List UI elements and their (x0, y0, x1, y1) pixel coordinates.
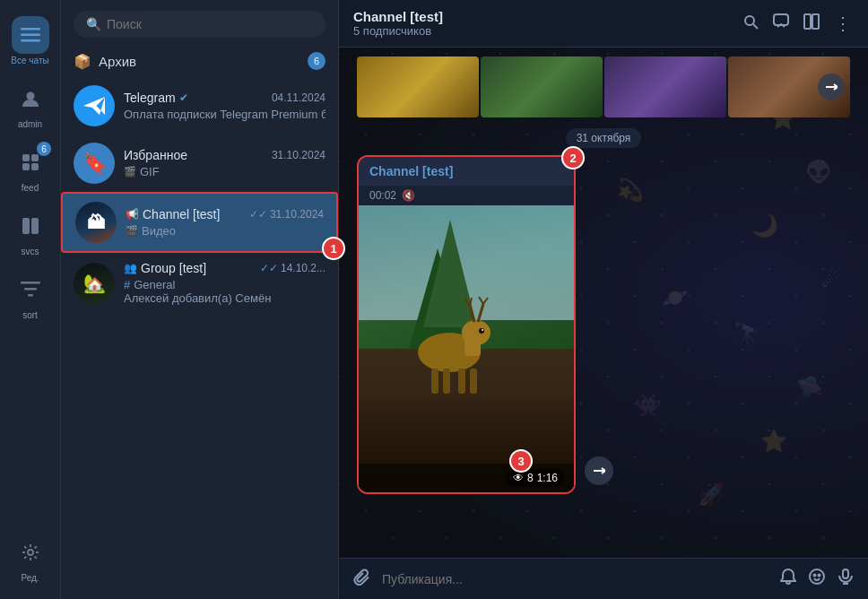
favorites-time: 31.10.2024 (272, 149, 326, 161)
archive-title: Архив (99, 54, 136, 69)
sidebar-item-admin[interactable]: admin (0, 73, 60, 136)
double-check-icon: ✓✓ (249, 208, 267, 221)
svg-line-29 (478, 304, 483, 322)
messages-area[interactable]: 31 октября Channel [test] 00:02 🔇 (339, 48, 868, 558)
search-box[interactable]: 🔍 (74, 11, 326, 38)
search-input[interactable] (107, 17, 313, 31)
more-button[interactable]: ⋮ (834, 13, 854, 34)
chat-list-panel: 🔍 📦 Архив 6 Telegram ✔ 04.11.2024 (61, 0, 339, 599)
svg-rect-4 (22, 154, 30, 161)
all-chats-label: Все чаты (11, 56, 48, 65)
svg-point-14 (745, 16, 754, 25)
svg-line-26 (470, 306, 474, 322)
view-icon: 👁 (513, 472, 524, 484)
emoji-button[interactable] (809, 569, 825, 589)
chat-item-telegram[interactable]: Telegram ✔ 04.11.2024 Оплата подписки Te… (61, 77, 338, 135)
svg-line-27 (464, 299, 470, 306)
chat-item-favorites[interactable]: 🔖 Избранное 31.10.2024 🎬 GIF (61, 135, 338, 192)
svg-rect-17 (804, 14, 811, 29)
all-chats-icon (12, 16, 49, 54)
verified-icon: ✔ (179, 91, 188, 104)
video-overlay: 👁 8 1:16 (359, 464, 574, 492)
search-button[interactable] (742, 13, 759, 34)
group-test-name: 👥 Group [test] (124, 261, 206, 275)
svg-rect-6 (22, 163, 30, 170)
edit-icon (12, 534, 49, 571)
channel-test-preview: 🎬 Видео (126, 224, 324, 238)
message-bubble-wrap: Channel [test] 00:02 🔇 (357, 155, 850, 494)
bell-button[interactable] (780, 569, 796, 589)
svg-line-31 (483, 298, 488, 304)
message-container: Channel [test] 00:02 🔇 (357, 155, 576, 494)
archive-header[interactable]: 📦 Архив 6 (61, 45, 338, 77)
svg-rect-11 (24, 288, 37, 291)
share-button-message[interactable] (585, 456, 613, 485)
bubble-channel-name: Channel [test] (369, 164, 453, 178)
svg-rect-18 (812, 14, 819, 29)
svg-rect-25 (470, 369, 477, 394)
input-bar (339, 558, 868, 599)
annotation-badge-3: 3 (509, 449, 533, 473)
top-images-strip (357, 56, 850, 117)
strip-image-1 (357, 56, 479, 117)
chat-title-block: Channel [test] 5 подписчиков (353, 9, 732, 38)
svg-point-33 (482, 329, 483, 331)
reactions-button[interactable] (773, 13, 789, 34)
chat-subtitle: 5 подписчиков (353, 24, 732, 38)
edit-label: Ред. (21, 573, 39, 583)
svg-rect-1 (21, 34, 40, 37)
group-test-preview2: Алексей добавил(а) Семён (124, 291, 326, 305)
search-icon: 🔍 (86, 17, 101, 31)
svg-rect-12 (28, 294, 33, 297)
telegram-chat-info: Telegram ✔ 04.11.2024 Оплата подписки Te… (124, 91, 326, 121)
chat-list-header: 🔍 (61, 0, 338, 45)
svg-rect-5 (31, 154, 39, 161)
columns-button[interactable] (803, 13, 820, 34)
mute-icon: 🔇 (402, 189, 415, 202)
header-actions: ⋮ (742, 13, 854, 34)
svg-rect-37 (843, 569, 848, 578)
svg-line-30 (479, 297, 483, 304)
chat-item-group-test[interactable]: 🏡 👥 Group [test] ✓✓ 14.10.2... # General… (61, 253, 338, 313)
svg-point-36 (819, 575, 820, 577)
sidebar-item-sort[interactable]: sort (0, 264, 60, 327)
archive-icon: 📦 (74, 53, 91, 70)
deer-scene (359, 205, 574, 492)
group-test-info: 👥 Group [test] ✓✓ 14.10.2... # General А… (124, 261, 326, 305)
svg-rect-7 (31, 163, 39, 170)
archive-badge: 6 (308, 52, 326, 70)
message-input[interactable] (382, 572, 769, 586)
chat-item-channel-test[interactable]: 🏔 📢 Channel [test] ✓✓ 31.10.2024 🎬 Видео… (61, 192, 338, 253)
group-test-preview: # General (124, 278, 326, 291)
svg-point-3 (26, 92, 34, 100)
telegram-time: 04.11.2024 (272, 91, 326, 104)
strip-image-2 (481, 56, 603, 117)
svg-rect-10 (21, 282, 40, 284)
mic-button[interactable] (838, 569, 854, 589)
svg-line-28 (470, 298, 472, 306)
svcs-icon (12, 207, 49, 245)
sidebar-item-edit[interactable]: Ред. (0, 526, 60, 590)
bubble-time: 00:02 (369, 189, 396, 202)
channel-test-avatar: 🏔 (75, 202, 117, 243)
svg-rect-22 (431, 369, 438, 394)
chat-title: Channel [test] (353, 9, 732, 24)
annotation-badge-2: 2 (561, 146, 585, 169)
sidebar-item-svcs[interactable]: svcs (0, 200, 60, 264)
channel-test-time: 31.10.2024 (270, 208, 324, 221)
sidebar-item-all-chats[interactable]: Все чаты (0, 9, 60, 73)
group-test-avatar: 🏡 (74, 263, 115, 304)
chat-header: Channel [test] 5 подписчиков (339, 0, 868, 48)
share-button-top[interactable] (818, 74, 845, 100)
bubble-header: Channel [test] (359, 157, 574, 186)
attach-icon[interactable] (353, 568, 371, 590)
sidebar-item-feed[interactable]: 6 feed (0, 136, 60, 200)
svg-rect-24 (458, 369, 465, 394)
video-duration: 1:16 (537, 472, 558, 484)
favorites-chat-info: Избранное 31.10.2024 🎬 GIF (124, 148, 326, 178)
svg-rect-9 (31, 218, 39, 234)
svg-point-34 (810, 569, 824, 584)
telegram-name: Telegram ✔ (124, 91, 188, 105)
video-thumbnail[interactable]: 👁 8 1:16 3 (359, 205, 574, 492)
svcs-label: svcs (22, 247, 39, 256)
